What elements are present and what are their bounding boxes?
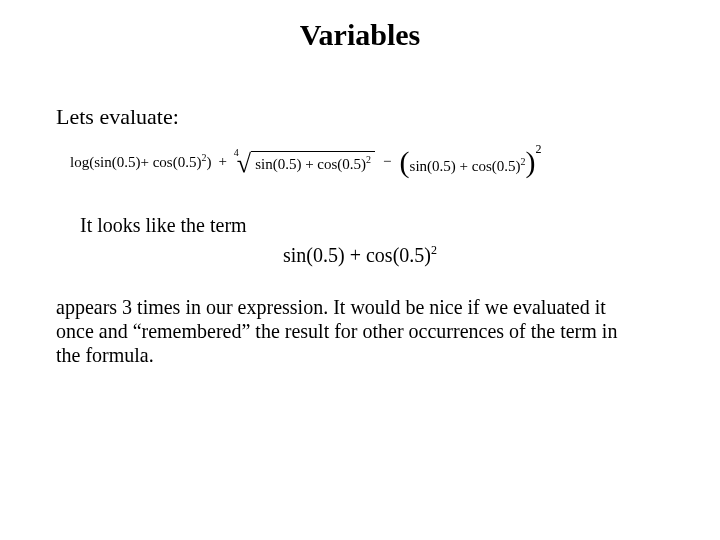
third-b-base: cos(0.5) [472,158,521,174]
repeated-term: sin(0.5) + cos(0.5)2 [56,243,664,267]
radicand-b-exp: 2 [366,154,371,165]
plus-sign: + [218,153,226,170]
minus-sign: − [383,153,391,170]
radicand-b-base: cos(0.5) [317,156,366,172]
plus-sign: + [460,158,468,174]
looks-like-text: It looks like the term [80,214,664,237]
radicand: sin(0.5) + cos(0.5)2 [251,151,375,173]
term-b-base: cos(0.5) [366,244,431,266]
term-b-exp: 2 [431,243,437,257]
third-b-exp: 2 [521,156,526,167]
outer-exponent: 2 [536,142,542,156]
plus-sign: + [305,156,313,172]
main-formula: log(sin(0.5)+ cos(0.5)2) + 4 √sin(0.5) +… [70,144,664,184]
radical-icon: √ [237,149,251,178]
lead-text: Lets evaluate: [56,104,664,130]
log-term: log(sin(0.5)+ cos(0.5)2) [70,152,211,171]
log-label: log [70,154,89,170]
fourth-root: 4 √sin(0.5) + cos(0.5)2 [234,146,375,176]
slide-title: Variables [56,18,664,52]
body-paragraph: appears 3 times in our expression. It wo… [56,295,646,368]
third-a: sin(0.5) [410,158,456,174]
left-paren-icon: ( [400,145,410,178]
log-arg2-base: cos(0.5) [153,154,202,170]
plus-sign: + [350,244,361,266]
right-paren-icon: ) [526,145,536,178]
squared-term: (sin(0.5) + cos(0.5)2)2 [400,144,542,178]
term-a: sin(0.5) [283,244,345,266]
slide: Variables Lets evaluate: log(sin(0.5)+ c… [0,0,720,368]
log-arg1: sin(0.5) [94,154,140,170]
log-arg2-exp: 2 [201,152,206,163]
plus-sign: + [140,154,148,170]
radicand-a: sin(0.5) [255,156,301,172]
